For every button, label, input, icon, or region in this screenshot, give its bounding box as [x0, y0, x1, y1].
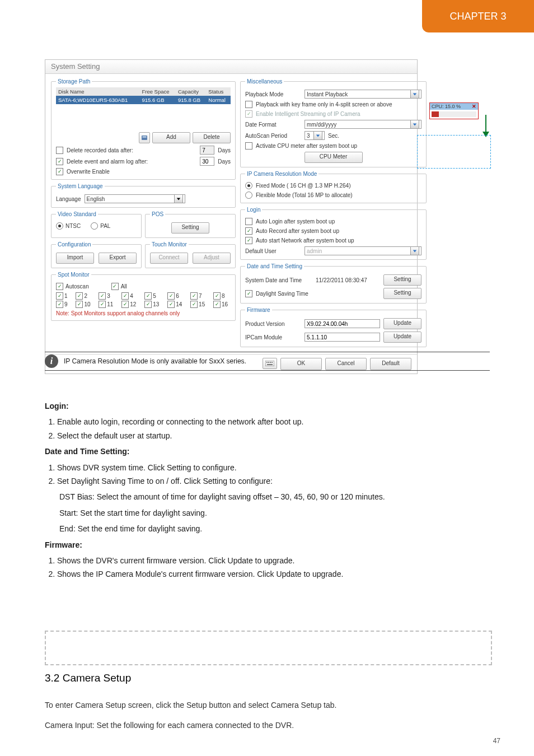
channel-checkbox[interactable] [144, 301, 152, 308]
cpu-meter-button[interactable]: CPU Meter [305, 152, 363, 163]
flexible-mode-radio[interactable] [245, 192, 252, 199]
channel-checkbox[interactable] [190, 301, 198, 308]
date-time-legend: Date and Time Setting [245, 263, 304, 269]
language-label: Language [56, 196, 81, 202]
channel-checkbox[interactable] [121, 301, 129, 308]
pal-radio[interactable] [91, 222, 98, 230]
pos-setting-button[interactable]: Setting [171, 222, 209, 234]
channel-checkbox[interactable] [56, 292, 63, 300]
all-label: All [121, 283, 127, 290]
cpu-boot-label: Activate CPU meter after system boot up [256, 143, 357, 149]
delete-event-days[interactable] [200, 157, 214, 166]
list-item: DST Bias: Select the amount of time for … [45, 491, 490, 503]
channel-num: 10 [84, 301, 90, 307]
update-firmware-button[interactable]: Update [383, 318, 421, 329]
dialog-title: System Setting [45, 60, 417, 74]
body-text: Login: Enable auto login, recording or c… [45, 400, 490, 584]
touch-monitor-legend: Touch Monitor [150, 241, 189, 248]
auto-login-checkbox[interactable] [245, 218, 252, 225]
video-standard-legend: Video Standard [56, 211, 98, 217]
date-format-label: Date Format [245, 122, 301, 128]
system-date-value: 11/22/2011 08:30:47 [316, 277, 380, 283]
channel-checkbox[interactable] [213, 292, 221, 300]
autoscan-checkbox[interactable] [56, 283, 63, 290]
channel-checkbox[interactable] [76, 301, 83, 308]
channel-checkbox[interactable] [167, 292, 175, 300]
list-item: Enable auto login, recording or connecti… [57, 416, 490, 428]
all-checkbox[interactable] [111, 283, 119, 290]
channel-checkbox[interactable] [167, 301, 175, 308]
autoscan-period-select[interactable]: 3 [305, 131, 325, 140]
channel-checkbox[interactable] [144, 292, 152, 300]
dst-checkbox[interactable] [245, 290, 252, 297]
section-title: 3.2 Camera Setup [45, 672, 131, 684]
auto-network-checkbox[interactable] [245, 237, 252, 244]
date-heading: Date and Time Setting: [45, 447, 129, 456]
import-button[interactable]: Import [56, 253, 94, 264]
adjust-button[interactable]: Adjust [193, 253, 231, 264]
add-button[interactable]: Add [152, 132, 190, 143]
default-user-value: admin [307, 248, 322, 254]
firmware-heading: Firmware: [45, 540, 82, 549]
cpu-boot-checkbox[interactable] [245, 142, 252, 150]
delete-recorded-checkbox[interactable] [56, 147, 63, 154]
close-icon[interactable]: ✕ [472, 104, 476, 109]
table-row[interactable]: SATA-6;WD10EURS-630AB1 915.6 GB 915.8 GB… [56, 96, 231, 104]
image-placeholder [45, 631, 492, 665]
overwrite-checkbox[interactable] [56, 168, 63, 175]
fixed-mode-radio[interactable] [245, 182, 252, 189]
ipcam-module-label: IPCam Module [245, 334, 301, 340]
ntsc-label: NTSC [65, 223, 81, 229]
channel-checkbox[interactable] [213, 301, 221, 308]
channel-checkbox[interactable] [190, 292, 198, 300]
ipcam-module-field [305, 333, 380, 342]
channel-num: 5 [153, 293, 156, 299]
auto-network-label: Auto start Network after system boot up [256, 237, 354, 244]
chevron-down-icon [174, 194, 183, 203]
delete-recorded-days[interactable] [200, 146, 214, 155]
hdd-icon[interactable] [139, 132, 150, 143]
update-ipcam-button[interactable]: Update [383, 332, 421, 343]
list-item: Shows DVR system time. Click Setting to … [57, 461, 490, 474]
channel-checkbox[interactable] [99, 301, 106, 308]
export-button[interactable]: Export [99, 253, 137, 264]
channel-checkbox[interactable] [76, 292, 83, 300]
info-icon: i [45, 354, 58, 368]
delete-button[interactable]: Delete [193, 132, 231, 143]
product-version-label: Product Version [245, 321, 301, 327]
channel-num: 11 [107, 301, 113, 307]
page-number: 47 [493, 737, 500, 745]
default-user-select[interactable]: admin [305, 246, 421, 255]
dst-setting-button[interactable]: Setting [383, 288, 421, 299]
intelligent-stream-checkbox[interactable] [245, 110, 252, 118]
cpu-meter-title: CPU: 15.0 % [432, 104, 461, 109]
connect-button[interactable]: Connect [150, 253, 188, 264]
delete-recorded-label: Delete recorded data after: [67, 147, 196, 153]
language-select[interactable]: English [85, 194, 185, 203]
date-format-value: mm/dd/yyyy [307, 122, 336, 128]
channel-num: 15 [199, 301, 205, 307]
list-item: Shows the DVR's current firmware version… [57, 554, 490, 567]
cpu-meter-popup: CPU: 15.0 %✕ [429, 102, 479, 119]
channel-num: 1 [64, 293, 68, 299]
dst-label: Daylight Saving Time [256, 291, 380, 297]
chevron-down-icon [410, 120, 419, 129]
channel-checkbox[interactable] [121, 292, 129, 300]
playback-mode-select[interactable]: Instant Playback [305, 90, 421, 99]
playback-mode-value: Instant Playback [307, 91, 348, 97]
days-label-2: Days [218, 158, 231, 165]
list-item: Set Daylight Saving Time to on / off. Cl… [57, 475, 490, 487]
channel-num: 9 [64, 301, 68, 307]
channel-checkbox[interactable] [99, 292, 106, 300]
system-date-label: System Date and Time [245, 277, 312, 283]
keyframe-checkbox[interactable] [245, 101, 252, 108]
channel-num: 4 [130, 293, 133, 299]
date-setting-button[interactable]: Setting [383, 274, 421, 286]
ntsc-radio[interactable] [56, 222, 63, 230]
chapter-tab: CHAPTER 3 [422, 0, 534, 32]
delete-event-checkbox[interactable] [56, 158, 63, 165]
auto-record-checkbox[interactable] [245, 227, 252, 235]
channel-checkbox[interactable] [56, 301, 63, 308]
language-legend: System Language [56, 183, 105, 189]
date-format-select[interactable]: mm/dd/yyyy [305, 120, 421, 129]
